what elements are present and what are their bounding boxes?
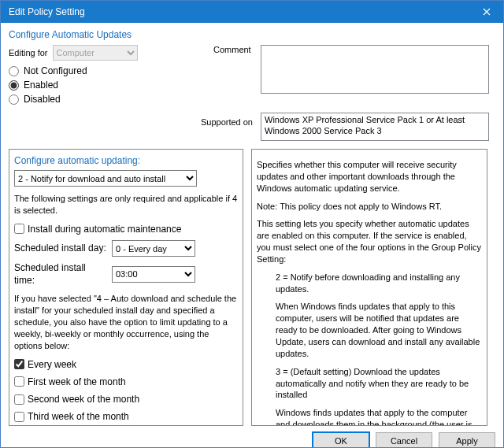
cb-third-week-label: Third week of the month (28, 410, 129, 423)
cb-third-week[interactable]: Third week of the month (14, 410, 238, 423)
close-icon (483, 8, 491, 16)
options-panel[interactable]: Configure automatic updating: 2 - Notify… (9, 149, 243, 426)
supported-on-label: Supported on (9, 113, 261, 127)
cb-every-week-label: Every week (28, 358, 76, 371)
updating-heading: Configure automatic updating: (14, 154, 238, 167)
cb-first-week-label: First week of the month (28, 376, 126, 388)
cb-third-week-input[interactable] (14, 412, 24, 422)
cb-install-maintenance-input[interactable] (14, 224, 24, 234)
apply-button[interactable]: Apply (439, 432, 495, 448)
dialog-buttons: OK Cancel Apply (1, 426, 503, 448)
radio-disabled-label: Disabled (24, 94, 61, 105)
sched-day-select[interactable]: 0 - Every day (112, 240, 195, 257)
help-panel[interactable]: Specifies whether this computer will rec… (251, 149, 487, 426)
sched-time-label: Scheduled install time: (14, 261, 107, 287)
ok-button[interactable]: OK (313, 432, 369, 448)
comment-textarea[interactable] (261, 45, 489, 94)
cb-second-week-input[interactable] (14, 394, 24, 405)
sched-day-label: Scheduled install day: (14, 242, 107, 254)
cb-first-week[interactable]: First week of the month (14, 376, 238, 388)
supported-on-text: Windows XP Professional Service Pack 1 o… (261, 113, 489, 141)
help-p7: Windows finds updates that apply to the … (276, 407, 482, 426)
title-bar: Edit Policy Setting (1, 1, 503, 23)
window-title: Edit Policy Setting (9, 6, 85, 17)
cb-every-week-input[interactable] (14, 359, 24, 369)
cancel-button[interactable]: Cancel (376, 432, 432, 448)
cb-install-maintenance[interactable]: Install during automatic maintenance (14, 223, 238, 235)
help-p4: 2 = Notify before downloading and instal… (276, 272, 482, 295)
cb-first-week-input[interactable] (14, 376, 24, 387)
editing-for-label: Editing for (9, 48, 48, 57)
help-p3: This setting lets you specify whether au… (257, 218, 482, 265)
radio-enabled-input[interactable] (9, 80, 19, 91)
radio-enabled-label: Enabled (24, 80, 58, 91)
radio-disabled[interactable]: Disabled (9, 94, 261, 105)
options-note-1: The following settings are only required… (14, 193, 238, 217)
help-p1: Specifies whether this computer will rec… (257, 159, 482, 194)
policy-name: Configure Automatic Updates (9, 29, 495, 40)
radio-not-configured-label: Not Configured (24, 65, 87, 76)
cb-second-week-label: Second week of the month (28, 393, 139, 405)
help-p6: 3 = (Default setting) Download the updat… (276, 366, 482, 402)
help-p2: Note: This policy does not apply to Wind… (257, 201, 482, 213)
editing-for-select: Computer (53, 45, 138, 61)
radio-not-configured[interactable]: Not Configured (9, 65, 261, 76)
updating-select[interactable]: 2 - Notify for download and auto install (14, 170, 197, 187)
options-note-2: If you have selected "4 – Auto download … (14, 293, 238, 351)
close-button[interactable] (470, 1, 503, 23)
radio-disabled-input[interactable] (9, 94, 19, 105)
cb-install-maintenance-label: Install during automatic maintenance (28, 223, 181, 235)
help-p5: When Windows finds updates that apply to… (276, 301, 482, 359)
cb-every-week[interactable]: Every week (14, 358, 238, 371)
sched-time-select[interactable]: 03:00 (112, 266, 195, 283)
cb-second-week[interactable]: Second week of the month (14, 393, 238, 405)
radio-not-configured-input[interactable] (9, 66, 19, 76)
radio-enabled[interactable]: Enabled (9, 80, 261, 91)
